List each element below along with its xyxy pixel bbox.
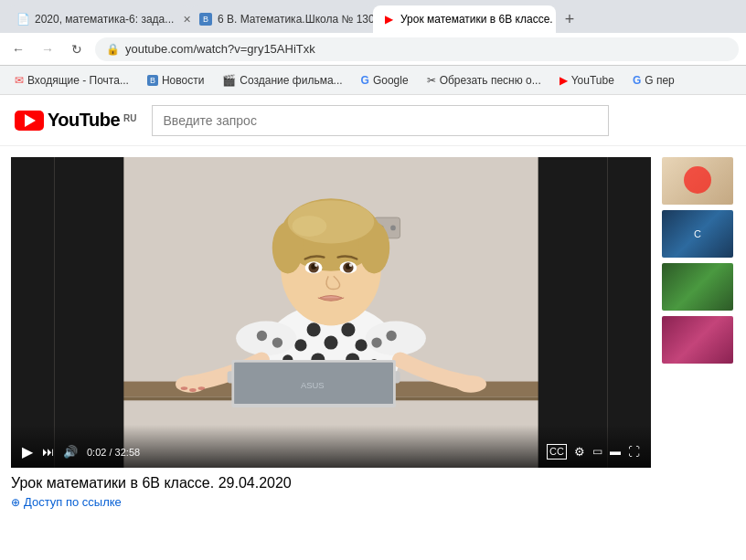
svg-point-47: [349, 263, 353, 267]
google-icon: G: [361, 74, 369, 87]
url-text: youtube.com/watch?v=gry15AHiTxk: [125, 42, 315, 56]
bookmark-youtube[interactable]: ▶ YouTube: [552, 70, 622, 90]
svg-point-10: [307, 322, 321, 336]
youtube-logo-ru: RU: [123, 113, 136, 123]
tab-1[interactable]: 📄 2020, математика-6: зада... ✕: [7, 5, 190, 33]
time-display: 0:02 / 32:58: [87, 447, 140, 458]
video-player[interactable]: ASUS ▶ ⏭ 🔊 0:02 / 32:58: [11, 157, 651, 468]
next-button[interactable]: ⏭: [42, 445, 54, 459]
svg-rect-7: [55, 157, 124, 468]
svg-point-39: [293, 216, 327, 237]
forward-button[interactable]: →: [37, 38, 59, 60]
bookmark-google-label: Google: [373, 74, 409, 87]
svg-point-24: [257, 331, 267, 341]
sidebar-thumb-4[interactable]: [662, 316, 733, 364]
youtube-logo[interactable]: YouTube RU: [15, 110, 137, 131]
bookmark-film[interactable]: 🎬 Создание фильма...: [215, 70, 349, 90]
subtitles-button[interactable]: CC: [547, 444, 567, 459]
svg-point-13: [294, 339, 306, 351]
bookmark-google[interactable]: G Google: [354, 70, 416, 90]
bookmark-vk[interactable]: В Новости: [140, 70, 211, 90]
address-bar: ← → ↻ 🔒 youtube.com/watch?v=gry15AHiTxk: [0, 33, 746, 66]
theater-button[interactable]: ▬: [610, 445, 621, 458]
svg-rect-52: [234, 363, 393, 404]
svg-point-31: [189, 388, 197, 392]
video-info: Урок математики в 6В классе. 29.04.2020 …: [11, 468, 651, 516]
tab-2-label: 6 В. Математика.Школа № 130: [218, 13, 373, 26]
browser-chrome: 📄 2020, математика-6: зада... ✕ В 6 В. М…: [0, 0, 746, 95]
link-text: Доступ по ссылке: [24, 495, 122, 509]
time-current: 0:02: [87, 447, 106, 458]
url-bar[interactable]: 🔒 youtube.com/watch?v=gry15AHiTxk: [95, 37, 739, 61]
youtube-main: ASUS ▶ ⏭ 🔊 0:02 / 32:58: [0, 146, 746, 560]
tab-2-favicon: В: [199, 13, 212, 26]
right-controls: CC ⚙ ▭ ▬ ⛶: [547, 444, 640, 459]
volume-button[interactable]: 🔊: [63, 445, 78, 459]
link-icon: ⊕: [11, 496, 20, 509]
sidebar-thumbnails: C: [662, 157, 735, 560]
cut-icon: ✂: [427, 74, 436, 87]
youtube-play-triangle: [25, 114, 36, 127]
youtube-logo-text: YouTube: [48, 110, 120, 131]
video-scene-svg: ASUS: [11, 157, 651, 468]
tab-3-label: Урок математики в 6В классе. 2...: [400, 13, 556, 26]
bookmarks-bar: ✉ Входящие - Почта... В Новости 🎬 Создан…: [0, 66, 746, 95]
svg-point-26: [386, 331, 396, 341]
bookmark-translate[interactable]: G G пер: [625, 70, 682, 90]
yt-bm-icon: ▶: [560, 74, 568, 87]
svg-point-46: [314, 263, 318, 267]
page-content: YouTube RU: [0, 95, 746, 560]
bookmark-film-label: Создание фильма...: [240, 74, 342, 87]
miniplayer-button[interactable]: ▭: [592, 445, 602, 458]
svg-point-30: [181, 386, 188, 390]
bookmark-cut[interactable]: ✂ Обрезать песню о...: [420, 70, 549, 90]
video-controls: ▶ ⏭ 🔊 0:02 / 32:58 CC ⚙ ▭ ▬ ⛶: [11, 425, 651, 468]
mail-icon: ✉: [15, 74, 24, 87]
sidebar-thumb-1[interactable]: [662, 157, 733, 205]
svg-point-29: [455, 375, 486, 393]
search-input[interactable]: [152, 105, 609, 136]
bookmark-youtube-label: YouTube: [571, 74, 614, 87]
svg-point-11: [324, 336, 337, 350]
video-thumbnail: ASUS: [11, 157, 651, 468]
youtube-header: YouTube RU: [0, 95, 746, 146]
video-title: Урок математики в 6В классе. 29.04.2020: [11, 475, 651, 491]
sidebar-thumb-2[interactable]: C: [662, 210, 733, 258]
youtube-logo-icon: [15, 111, 44, 131]
tab-1-label: 2020, математика-6: зада...: [35, 13, 174, 26]
tab-1-favicon: 📄: [16, 13, 29, 26]
bookmark-mail[interactable]: ✉ Входящие - Почта...: [7, 70, 136, 90]
vk-icon: В: [147, 75, 158, 86]
settings-button[interactable]: ⚙: [574, 445, 585, 459]
refresh-button[interactable]: ↻: [66, 38, 88, 60]
fullscreen-button[interactable]: ⛶: [628, 445, 640, 459]
lock-icon: 🔒: [106, 43, 120, 56]
bookmark-vk-label: Новости: [162, 74, 204, 87]
svg-point-25: [272, 337, 282, 347]
video-link[interactable]: ⊕ Доступ по ссылке: [11, 495, 651, 509]
translate-icon: G: [633, 74, 641, 87]
svg-point-27: [371, 337, 381, 347]
video-section: ASUS ▶ ⏭ 🔊 0:02 / 32:58: [11, 157, 651, 560]
svg-point-32: [198, 386, 206, 390]
time-total: 32:58: [115, 447, 141, 458]
bookmark-translate-label: G пер: [645, 74, 675, 87]
tab-2[interactable]: В 6 В. Математика.Школа № 130 ✕: [190, 5, 373, 33]
bookmark-mail-label: Входящие - Почта...: [27, 74, 129, 87]
film-icon: 🎬: [222, 74, 236, 87]
back-button[interactable]: ←: [7, 38, 29, 60]
tab-1-close[interactable]: ✕: [179, 12, 190, 26]
new-tab-button[interactable]: +: [556, 5, 583, 33]
svg-rect-8: [538, 157, 608, 468]
tab-3-favicon: ▶: [382, 13, 395, 26]
tab-3[interactable]: ▶ Урок математики в 6В классе. 2... ✕: [373, 5, 556, 33]
sidebar-thumb-3[interactable]: [662, 263, 733, 311]
svg-point-14: [355, 339, 367, 351]
bookmark-cut-label: Обрезать песню о...: [440, 74, 541, 87]
play-button[interactable]: ▶: [22, 443, 33, 460]
tab-bar: 📄 2020, математика-6: зада... ✕ В 6 В. М…: [0, 0, 746, 33]
svg-point-12: [341, 322, 355, 336]
svg-point-4: [390, 226, 396, 231]
